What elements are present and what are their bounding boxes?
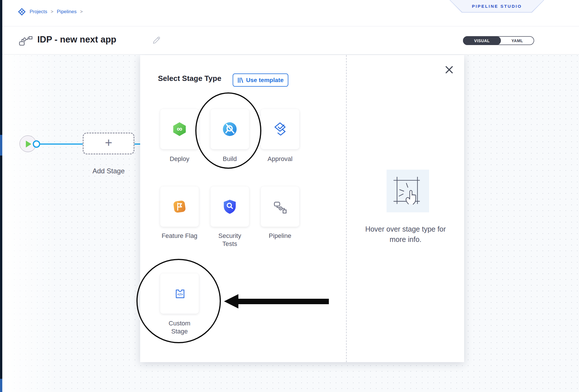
- stage-label-security-tests: Security Tests: [211, 232, 248, 248]
- use-template-button[interactable]: Use template: [233, 73, 288, 87]
- annotation-arrow-head: [224, 294, 238, 308]
- security-shield-icon: [222, 199, 238, 214]
- select-stage-type-modal: Select Stage Type Use template ∞: [140, 55, 464, 362]
- projects-grid-icon[interactable]: [18, 7, 26, 16]
- toggle-visual[interactable]: VISUAL: [463, 36, 501, 45]
- breadcrumb-separator: >: [51, 9, 53, 14]
- rail-highlight-top: [0, 135, 2, 156]
- toggle-yaml[interactable]: YAML: [501, 37, 534, 44]
- stage-label-custom-stage: Custom Stage: [161, 319, 198, 335]
- stage-tile-feature-flag[interactable]: [160, 187, 199, 227]
- stage-label-pipeline: Pipeline: [261, 232, 299, 240]
- breadcrumb-pipelines-link[interactable]: Pipelines: [57, 9, 77, 15]
- hover-hint-illustration: [387, 170, 429, 212]
- pipeline-canvas[interactable]: + Add Stage Select Stage Type Use templa…: [2, 55, 579, 392]
- start-node-output-port: [33, 140, 40, 148]
- build-ci-icon: [222, 121, 238, 137]
- pipeline-stages-icon: [272, 199, 288, 214]
- hover-hint-text: Hover over stage type for more info.: [357, 224, 454, 245]
- stage-tile-security-tests[interactable]: [211, 187, 249, 227]
- pipeline-title: IDP - new next app: [37, 34, 116, 45]
- stage-label-feature-flag: Feature Flag: [161, 232, 198, 240]
- breadcrumb: Projects > Pipelines >: [18, 7, 83, 16]
- edit-pencil-icon[interactable]: [151, 35, 162, 46]
- custom-stage-icon: </>: [172, 286, 187, 301]
- close-icon[interactable]: [444, 64, 455, 75]
- flow-connector-line: [40, 143, 84, 145]
- annotation-arrow-shaft: [238, 299, 329, 304]
- plus-icon: +: [105, 135, 112, 150]
- stage-label-approval: Approval: [261, 155, 299, 163]
- stage-label-deploy: Deploy: [161, 155, 198, 163]
- stage-tile-custom-stage[interactable]: </>: [160, 273, 199, 314]
- add-stage-label: Add Stage: [83, 167, 134, 175]
- visual-yaml-toggle: VISUAL YAML: [463, 36, 534, 45]
- deploy-cd-icon: ∞: [172, 121, 187, 137]
- play-icon: [26, 141, 31, 148]
- stage-type-grid-panel: Select Stage Type Use template ∞: [140, 55, 346, 362]
- pipeline-graph-icon: [18, 35, 33, 48]
- approval-stamp-icon: [272, 121, 288, 137]
- rail-highlight-bottom: [0, 379, 2, 392]
- stage-tile-approval[interactable]: [261, 109, 299, 149]
- breadcrumb-projects-link[interactable]: Projects: [30, 9, 47, 15]
- modal-title: Select Stage Type: [158, 74, 221, 83]
- left-nav-rail: [0, 0, 2, 392]
- add-stage-button[interactable]: +: [83, 133, 134, 154]
- pipeline-studio-badge: PIPELINE STUDIO: [449, 0, 544, 13]
- use-template-label: Use template: [246, 77, 284, 84]
- feature-flag-icon: [172, 199, 187, 214]
- stage-tile-build[interactable]: [211, 109, 249, 149]
- stage-tile-deploy[interactable]: ∞: [160, 109, 199, 149]
- breadcrumb-bar: Projects > Pipelines > PIPELINE STUDIO: [2, 0, 579, 26]
- stage-label-build: Build: [211, 155, 248, 163]
- canvas-edge-fade: [2, 55, 57, 392]
- stage-tile-pipeline[interactable]: [261, 187, 299, 227]
- template-library-icon: [238, 77, 243, 83]
- breadcrumb-separator: >: [80, 9, 83, 14]
- svg-text:</>: </>: [177, 292, 183, 296]
- svg-text:∞: ∞: [177, 125, 182, 133]
- pipeline-studio-badge-label: PIPELINE STUDIO: [450, 0, 544, 12]
- pipeline-header: IDP - new next app VISUAL YAML: [2, 26, 579, 55]
- stage-info-panel: Hover over stage type for more info.: [346, 55, 464, 362]
